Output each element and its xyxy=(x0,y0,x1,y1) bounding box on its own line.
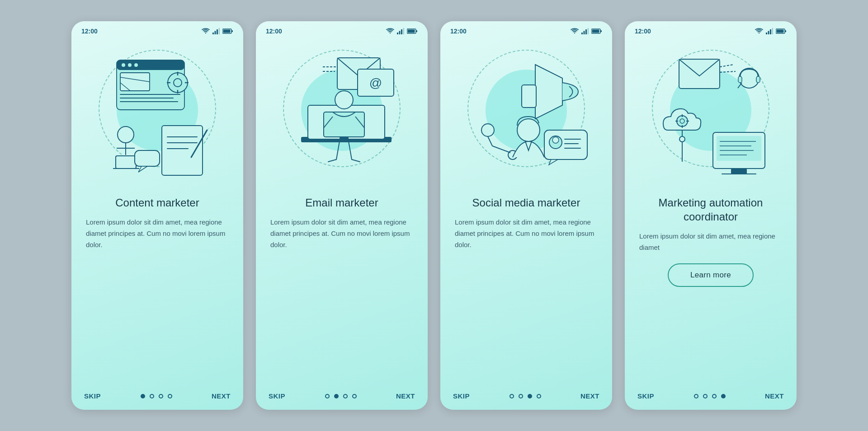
dot-3-2 xyxy=(519,394,523,398)
illustration-email-marketer: @ xyxy=(256,37,428,191)
status-time-3: 12:00 xyxy=(450,28,467,35)
illustration-social-media xyxy=(440,37,612,191)
svg-rect-39 xyxy=(401,29,402,34)
svg-rect-29 xyxy=(162,126,203,175)
dot-1-2 xyxy=(150,394,154,398)
content-marketer-svg xyxy=(90,47,225,182)
card-description-1: Lorem ipsum dolor sit dim amet, mea regi… xyxy=(86,217,229,250)
pagination-dots-1 xyxy=(141,394,172,398)
pagination-dots-4 xyxy=(694,394,726,398)
svg-line-93 xyxy=(738,83,742,88)
svg-rect-83 xyxy=(772,28,774,34)
svg-rect-6 xyxy=(223,30,231,33)
svg-rect-85 xyxy=(785,30,786,32)
wifi-icon xyxy=(202,28,210,34)
dot-2-4 xyxy=(352,394,357,398)
svg-rect-80 xyxy=(766,33,767,34)
dot-4-2 xyxy=(703,394,708,398)
svg-line-56 xyxy=(336,141,340,159)
svg-rect-66 xyxy=(592,30,599,33)
signal-icon-2 xyxy=(397,28,404,34)
status-bar-1: 12:00 xyxy=(71,21,243,37)
status-bar-4: 12:00 xyxy=(625,21,797,37)
svg-rect-3 xyxy=(219,28,220,34)
dot-4-4 xyxy=(721,394,726,398)
card-description-4: Lorem ipsum dolor sit dim amet, mea regi… xyxy=(639,231,782,253)
signal-icon-4 xyxy=(766,28,773,34)
dot-1-4 xyxy=(168,394,172,398)
learn-more-button[interactable]: Learn more xyxy=(668,263,754,287)
card-content-2: Email marketer Lorem ipsum dolor sit dim… xyxy=(256,191,428,384)
svg-point-100 xyxy=(679,136,685,142)
battery-icon-4 xyxy=(776,28,787,34)
status-icons-4 xyxy=(755,28,787,34)
svg-rect-27 xyxy=(116,156,136,169)
status-icons-3 xyxy=(571,28,602,34)
dot-2-1 xyxy=(325,394,330,398)
svg-rect-60 xyxy=(581,33,583,34)
skip-button-2[interactable]: SKIP xyxy=(269,392,285,400)
card-marketing-automation: 12:00 xyxy=(625,21,797,410)
svg-rect-0 xyxy=(212,33,214,34)
dot-2-2 xyxy=(334,394,339,398)
svg-rect-52 xyxy=(340,137,349,142)
illustration-marketing-auto xyxy=(625,37,797,191)
svg-rect-5 xyxy=(231,30,233,32)
dot-2-3 xyxy=(343,394,348,398)
svg-rect-92 xyxy=(756,76,760,83)
illustration-content-marketer xyxy=(71,37,243,191)
card-description-3: Lorem ipsum dolor sit dim amet, mea regi… xyxy=(455,217,598,250)
skip-button-4[interactable]: SKIP xyxy=(637,392,654,400)
svg-point-9 xyxy=(122,63,125,67)
svg-marker-79 xyxy=(549,159,558,165)
svg-point-18 xyxy=(168,73,188,93)
svg-rect-1 xyxy=(215,31,216,35)
svg-rect-51 xyxy=(324,112,364,137)
status-bar-3: 12:00 xyxy=(440,21,612,37)
card-email-marketer: 12:00 xyxy=(256,21,428,410)
svg-point-68 xyxy=(481,124,494,136)
svg-line-59 xyxy=(352,159,360,162)
dot-3-1 xyxy=(509,394,514,398)
battery-icon-3 xyxy=(591,28,602,34)
next-button-3[interactable]: NEXT xyxy=(580,392,599,400)
svg-rect-8 xyxy=(117,60,184,70)
svg-line-70 xyxy=(488,136,492,146)
card-description-2: Lorem ipsum dolor sit dim amet, mea regi… xyxy=(270,217,413,250)
next-button-2[interactable]: NEXT xyxy=(396,392,415,400)
svg-rect-2 xyxy=(217,29,218,34)
svg-rect-104 xyxy=(717,136,761,161)
status-time-1: 12:00 xyxy=(81,28,98,35)
marketing-auto-svg xyxy=(643,47,778,182)
svg-point-94 xyxy=(677,116,688,126)
card-title-3: Social media marketer xyxy=(455,196,598,210)
status-icons-2 xyxy=(386,28,418,34)
skip-button-1[interactable]: SKIP xyxy=(84,392,101,400)
svg-rect-86 xyxy=(777,30,784,33)
next-button-4[interactable]: NEXT xyxy=(765,392,784,400)
svg-rect-82 xyxy=(770,29,771,34)
svg-rect-91 xyxy=(738,76,742,83)
svg-rect-40 xyxy=(403,28,405,34)
dot-4-3 xyxy=(712,394,717,398)
dot-3-4 xyxy=(537,394,541,398)
dot-4-1 xyxy=(694,394,698,398)
svg-rect-65 xyxy=(600,30,602,32)
dot-1-3 xyxy=(159,394,163,398)
cards-container: 12:00 xyxy=(71,21,797,410)
card-content-1: Content marketer Lorem ipsum dolor sit d… xyxy=(71,191,243,384)
svg-marker-36 xyxy=(138,166,147,172)
pagination-dots-3 xyxy=(509,394,541,398)
svg-rect-81 xyxy=(768,31,769,35)
svg-line-71 xyxy=(492,146,510,153)
next-button-1[interactable]: NEXT xyxy=(212,392,231,400)
svg-point-53 xyxy=(335,91,353,109)
skip-button-3[interactable]: SKIP xyxy=(453,392,470,400)
card-footer-3: SKIP NEXT xyxy=(440,384,612,410)
signal-icon-3 xyxy=(581,28,589,34)
svg-point-75 xyxy=(552,137,559,143)
dot-1-1 xyxy=(141,394,145,398)
battery-icon xyxy=(222,28,233,34)
card-content-3: Social media marketer Lorem ipsum dolor … xyxy=(440,191,612,384)
svg-marker-34 xyxy=(204,127,211,132)
